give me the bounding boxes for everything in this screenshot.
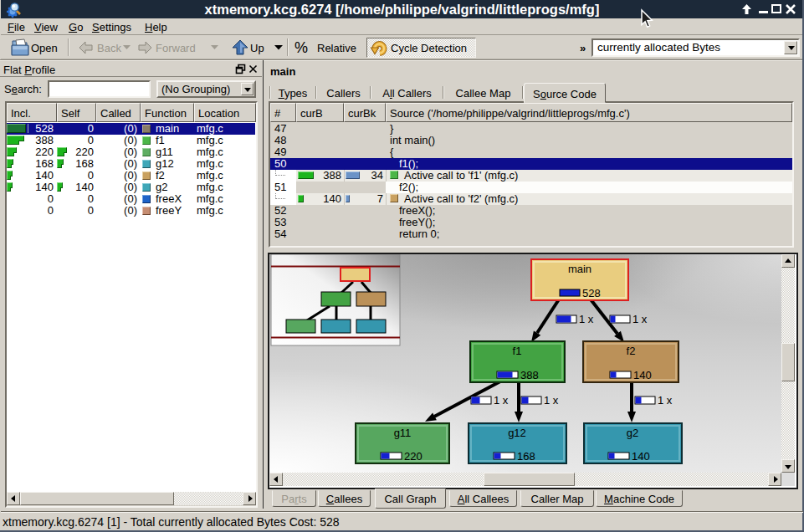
- svg-text:g2: g2: [627, 427, 638, 439]
- svg-text:388: 388: [520, 369, 539, 381]
- svg-text:g12: g12: [508, 427, 526, 439]
- svg-text:528: 528: [582, 287, 601, 299]
- svg-text:1 x: 1 x: [579, 313, 594, 325]
- svg-text:140: 140: [633, 369, 652, 381]
- svg-text:1 x: 1 x: [632, 313, 648, 325]
- svg-text:main: main: [568, 263, 591, 275]
- svg-text:g11: g11: [394, 427, 412, 439]
- svg-text:f1: f1: [513, 345, 522, 357]
- svg-text:220: 220: [404, 450, 422, 463]
- svg-text:1 x: 1 x: [544, 394, 559, 407]
- svg-text:f2: f2: [627, 345, 636, 357]
- svg-text:168: 168: [517, 450, 535, 463]
- svg-text:140: 140: [632, 450, 650, 463]
- svg-text:1 x: 1 x: [658, 394, 673, 407]
- svg-text:1 x: 1 x: [494, 394, 509, 407]
